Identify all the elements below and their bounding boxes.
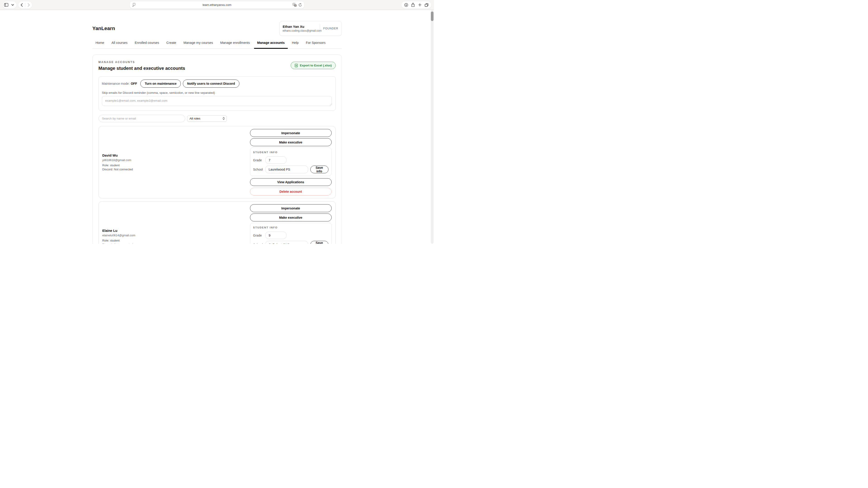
make-executive-button[interactable]: Make executive — [250, 138, 332, 146]
tab-manage-enrollments[interactable]: Manage enrollments — [217, 39, 253, 49]
save-info-button[interactable]: Save info — [310, 166, 329, 173]
search-input[interactable] — [98, 115, 185, 122]
maintenance-mode-label: Maintenance mode: — [102, 82, 130, 86]
turn-on-maintenance-button[interactable]: Turn on maintenance — [141, 79, 181, 88]
accounts-list: David Wu yli618618@gmail.com Role: stude… — [98, 126, 336, 244]
tabs-icon — [425, 3, 429, 7]
role-filter-select[interactable]: All roles — [187, 116, 227, 122]
maintenance-status: OFF — [131, 82, 137, 86]
page-viewport: YanLearn Ethan Yan Xu ethans.coding.clas… — [0, 10, 434, 244]
account-role: Role: student — [102, 164, 250, 167]
tab-overview-button[interactable] — [423, 1, 430, 8]
page-format-icon[interactable] — [132, 3, 135, 7]
divider — [320, 24, 320, 33]
user-email: ethans.coding.class@gmail.com — [283, 29, 318, 32]
scrollbar-thumb[interactable] — [431, 11, 434, 21]
account-discord-status: Discord: Not connected — [102, 243, 250, 244]
address-bar[interactable]: learn.ethanyanxu.com A 文 — [130, 1, 304, 8]
account-card: Elaine Lu elainelu0614@gmail.com Role: s… — [98, 201, 336, 244]
new-tab-button[interactable] — [416, 1, 423, 8]
view-applications-button[interactable]: View Applications — [250, 178, 332, 186]
school-input[interactable] — [266, 166, 308, 173]
account-name: Elaine Lu — [102, 229, 250, 232]
browser-toolbar: learn.ethanyanxu.com A 文 — [0, 0, 434, 10]
impersonate-button[interactable]: Impersonate — [250, 204, 332, 212]
brand-title: YanLearn — [92, 26, 115, 31]
tab-manage-my-courses[interactable]: Manage my courses — [180, 39, 216, 49]
account-name: David Wu — [102, 153, 250, 157]
save-info-button[interactable]: Save info — [310, 241, 329, 244]
scrollbar-track[interactable] — [431, 10, 434, 244]
student-info-heading: STUDENT INFO — [253, 151, 329, 154]
translate-icon[interactable]: A 文 — [293, 3, 297, 7]
tab-for-sponsors[interactable]: For Sponsors — [303, 39, 329, 49]
download-icon — [404, 3, 408, 7]
account-email: elainelu0614@gmail.com — [102, 234, 250, 237]
role-filter-value: All roles — [190, 117, 223, 120]
delete-account-button[interactable]: Delete account — [250, 188, 332, 195]
back-icon — [21, 3, 23, 7]
school-input[interactable] — [266, 241, 308, 244]
maintenance-box: Maintenance mode: OFF Turn on maintenanc… — [98, 76, 336, 111]
export-label: Export to Excel (.xlsx) — [300, 64, 332, 67]
user-role-badge: FOUNDER — [323, 27, 338, 30]
sidebar-icon — [4, 3, 8, 7]
student-info-box: STUDENT INFO Grade School Save info — [250, 223, 332, 244]
account-role: Role: student — [102, 239, 250, 242]
share-button[interactable] — [410, 1, 416, 8]
forward-icon — [28, 3, 30, 7]
share-icon — [411, 3, 415, 7]
tab-manage-accounts[interactable]: Manage accounts — [254, 39, 288, 49]
skip-emails-textarea[interactable] — [102, 96, 332, 106]
sidebar-toggle-button[interactable] — [3, 1, 10, 8]
user-name: Ethan Yan Xu — [283, 25, 318, 29]
history-nav-pill — [18, 1, 32, 8]
manage-accounts-section: MANAGE ACCOUNTS Manage student and execu… — [92, 55, 342, 244]
tab-home[interactable]: Home — [92, 39, 107, 49]
make-executive-button[interactable]: Make executive — [250, 214, 332, 221]
student-info-box: STUDENT INFO Grade School Save info — [250, 148, 332, 176]
grade-label: Grade — [253, 158, 263, 162]
section-eyebrow: MANAGE ACCOUNTS — [98, 61, 185, 64]
grade-input[interactable] — [266, 156, 286, 164]
sidebar-pill — [3, 1, 17, 8]
grade-label: Grade — [253, 234, 263, 237]
account-discord-status: Discord: Not connected — [102, 168, 250, 171]
page-title: Manage student and executive accounts — [98, 66, 185, 71]
tab-create[interactable]: Create — [163, 39, 180, 49]
tab-help[interactable]: Help — [289, 39, 302, 49]
account-card: David Wu yli618618@gmail.com Role: stude… — [98, 126, 336, 198]
tab-enrolled-courses[interactable]: Enrolled courses — [131, 39, 162, 49]
sidebar-menu-button[interactable] — [10, 1, 17, 8]
downloads-button[interactable] — [403, 1, 410, 8]
school-label: School — [253, 168, 263, 171]
export-excel-button[interactable]: Export to Excel (.xlsx) — [291, 62, 336, 69]
back-button[interactable] — [18, 1, 25, 8]
excel-download-icon — [294, 64, 298, 67]
grade-input[interactable] — [266, 232, 286, 239]
student-info-heading: STUDENT INFO — [253, 226, 329, 229]
forward-button[interactable] — [25, 1, 32, 8]
user-chip[interactable]: Ethan Yan Xu ethans.coding.class@gmail.c… — [279, 21, 342, 36]
nav-tabs: HomeAll coursesEnrolled coursesCreateMan… — [92, 39, 342, 49]
toolbar-actions-pill — [401, 1, 431, 8]
chevron-down-icon — [11, 4, 14, 6]
svg-text:文: 文 — [294, 4, 296, 6]
select-updown-icon — [223, 117, 225, 120]
tab-all-courses[interactable]: All courses — [108, 39, 131, 49]
school-label: School — [253, 243, 263, 244]
reload-icon[interactable] — [299, 3, 302, 7]
account-email: yli618618@gmail.com — [102, 158, 250, 162]
plus-icon — [418, 3, 422, 6]
url-text[interactable]: learn.ethanyanxu.com — [145, 3, 289, 6]
skip-emails-label: Skip emails for Discord reminder (comma,… — [102, 91, 332, 94]
impersonate-button[interactable]: Impersonate — [250, 129, 332, 137]
notify-discord-button[interactable]: Notify users to connect Discord — [183, 79, 239, 88]
